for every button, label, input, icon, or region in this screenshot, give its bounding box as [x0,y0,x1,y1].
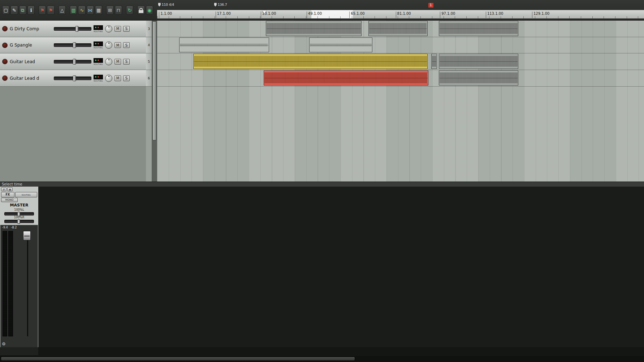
red-dot [98,27,99,28]
pan-knob[interactable] [105,75,112,82]
track-volume-fader[interactable] [54,60,91,64]
marker-red-2-icon[interactable]: ⚑ [47,6,54,15]
mono-button[interactable]: MONO [1,198,18,202]
tempo-lane[interactable]: 110 4/4136.71 [157,2,644,10]
audio-clip[interactable] [266,21,362,36]
toolbar-separator [123,6,125,15]
audio-clip[interactable] [439,70,518,86]
audio-clip[interactable] [179,38,269,52]
audio-clip[interactable] [439,54,518,69]
track-volume-fader[interactable] [54,43,91,47]
solo-button[interactable]: S [123,42,130,48]
status-bar: Select time [0,182,644,187]
project-marker[interactable]: 1 [428,3,433,8]
mute-button[interactable]: M [114,42,121,48]
mute-button[interactable]: M [114,59,121,65]
loop-icon[interactable]: ↻ [126,6,133,15]
horizontal-scrollbar[interactable] [0,356,644,362]
tempo-marker-handle [214,3,217,6]
master-volume-fader[interactable] [23,231,32,336]
routing-label: ROUTING [94,80,103,82]
metronome-icon[interactable]: △ [59,6,66,15]
solo-button[interactable]: S [123,75,130,81]
audio-clip[interactable] [264,70,428,86]
record-arm-button[interactable] [2,43,8,48]
master-fader-area: -9.4 -8.2 ⚙ [0,225,38,347]
record-arm-button[interactable] [2,59,8,64]
routing-button[interactable] [94,75,103,79]
lock-icon[interactable] [137,6,144,15]
fx-button[interactable]: FX [1,192,14,197]
horizontal-scrollbar-thumb[interactable] [1,357,355,361]
vertical-scrollbar-thumb[interactable] [152,21,156,140]
ruler-tick-label: 113.1.00 [486,12,503,18]
master-pan-slider[interactable] [4,212,34,215]
mute-button[interactable]: M [114,26,121,32]
track-volume-handle[interactable] [73,42,76,48]
save-project-icon[interactable]: ⧉ [19,6,26,15]
track-number[interactable]: 4 [146,37,152,53]
new-project-icon[interactable]: ▢ [2,6,9,15]
track-number[interactable]: 3 [146,21,152,37]
snap-icon[interactable]: ⊓ [115,6,122,15]
track-volume-handle[interactable] [75,26,79,32]
track-row: G SpangleROUTINGMS [0,37,146,53]
envelope-icon[interactable]: ∿ [78,6,85,15]
track-volume-handle[interactable] [73,75,76,81]
phase-button[interactable]: Ø [1,187,7,191]
project-settings-icon[interactable]: ℹ [27,6,35,15]
pan-knob[interactable] [105,58,112,65]
main-area: G Dirty CompROUTINGMSG SpangleROUTINGMSG… [0,21,644,182]
audio-clip[interactable] [193,54,428,69]
track-number[interactable]: 6 [146,70,152,87]
gear-icon[interactable]: ⚙ [2,342,6,346]
track-row: G Dirty CompROUTINGMS [0,21,146,37]
media-explorer-icon[interactable]: ▦ [95,6,102,15]
routing-button[interactable] [94,58,103,63]
edit-project-icon[interactable]: ✎ [10,6,18,15]
master-tiny-buttons: Ø ▦ [0,187,38,192]
audio-clip[interactable] [439,21,518,36]
vertical-scrollbar[interactable] [152,21,157,182]
record-arm-button[interactable] [2,26,8,31]
record-settings-icon[interactable]: ◉ [146,6,153,15]
record-arm-button[interactable] [2,75,8,81]
pan-knob[interactable] [105,25,112,32]
solo-button[interactable]: S [123,26,130,32]
mixer-icon[interactable]: ▥ [70,6,77,15]
tempo-marker[interactable]: 136.7 [214,3,227,6]
track-control-panel: G Dirty CompROUTINGMSG SpangleROUTINGMSG… [0,21,152,182]
master-pan-left-label: 100%L [3,208,35,212]
master-meter-scale [14,231,20,336]
io-button[interactable]: ▦ [7,187,13,191]
routing-button[interactable] [94,25,103,30]
crossfade-icon[interactable]: ⋈ [87,6,94,15]
master-width-handle[interactable] [17,219,20,224]
audio-clip[interactable] [309,38,372,52]
audio-clip[interactable] [431,54,437,69]
routing-button[interactable]: ROUTING [15,192,37,197]
pan-knob[interactable] [105,42,112,49]
mixer-number-band [0,347,644,355]
loop-point-flag[interactable] [262,10,267,14]
timeline-ruler[interactable]: 1.1.0017.1.0033.1.0049.1.0065.1.0081.1.0… [157,10,644,19]
arrange-view[interactable] [157,21,644,182]
master-width-slider[interactable] [4,220,34,223]
track-volume-fader[interactable] [54,27,91,31]
audio-clip[interactable] [368,21,428,36]
track-number[interactable]: 5 [146,53,152,70]
grid-icon[interactable]: ⊞ [106,6,113,15]
marker-red-icon[interactable]: ⚑ [39,6,46,15]
track-volume-handle[interactable] [73,59,76,65]
master-pan-handle[interactable] [17,212,20,216]
tempo-marker[interactable]: 110 4/4 [158,3,174,6]
routing-button[interactable] [94,42,103,46]
tempo-marker-handle [158,3,161,6]
solo-button[interactable]: S [123,59,130,65]
routing-label: ROUTING [94,47,103,49]
waveform [440,23,517,34]
track-volume-fader[interactable] [54,77,91,80]
mute-button[interactable]: M [114,75,121,81]
master-peak-right: -8.2 [11,226,17,229]
master-fader-handle[interactable] [23,231,31,240]
